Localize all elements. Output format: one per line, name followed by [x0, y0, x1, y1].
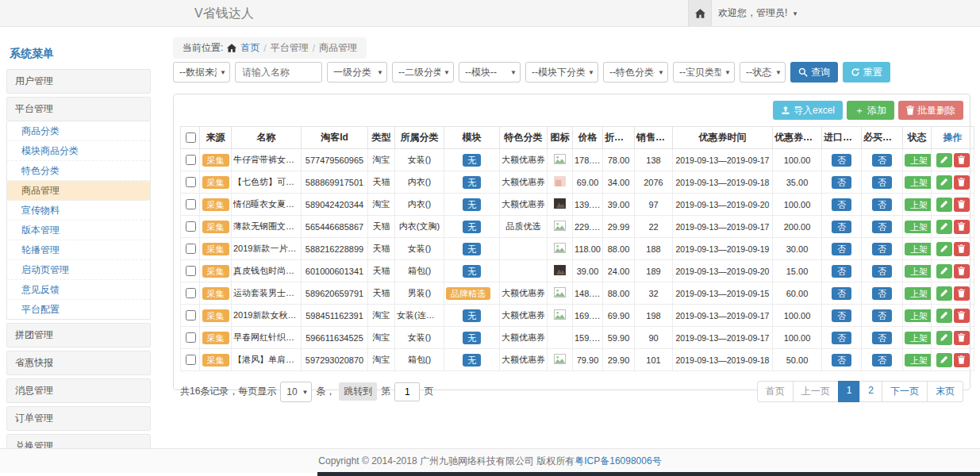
- status-button[interactable]: 上架: [905, 309, 932, 322]
- sidebar-subitem-9[interactable]: 平台配置: [7, 300, 150, 319]
- breadcrumb-home-link[interactable]: 首页: [240, 41, 259, 55]
- delete-button[interactable]: [954, 242, 970, 256]
- delete-button[interactable]: [954, 286, 970, 301]
- select-all-checkbox[interactable]: [186, 132, 196, 143]
- import-select-toggle[interactable]: 否: [832, 332, 851, 344]
- filter-select-5[interactable]: --模块下分类--: [525, 62, 598, 83]
- home-button[interactable]: [688, 0, 712, 26]
- delete-button[interactable]: [954, 175, 970, 190]
- import-select-toggle[interactable]: 否: [832, 265, 851, 278]
- row-checkbox[interactable]: [186, 310, 196, 321]
- sidebar-item-0[interactable]: 用户管理: [6, 69, 151, 94]
- per-page-select[interactable]: 10: [280, 382, 312, 402]
- batch-delete-button[interactable]: 批量删除: [898, 101, 963, 120]
- import-select-toggle[interactable]: 否: [832, 309, 851, 322]
- must-buy-toggle[interactable]: 否: [872, 354, 892, 367]
- delete-button[interactable]: [954, 331, 970, 345]
- user-menu[interactable]: 欢迎您，管理员! ▾: [718, 0, 797, 27]
- sidebar-subitem-3[interactable]: 商品管理: [7, 181, 150, 201]
- edit-button[interactable]: [936, 309, 952, 323]
- page-link-1[interactable]: 上一页: [793, 381, 839, 402]
- page-link-0[interactable]: 首页: [757, 381, 794, 402]
- row-checkbox[interactable]: [186, 244, 196, 254]
- edit-button[interactable]: [936, 242, 952, 256]
- status-button[interactable]: 上架: [905, 287, 932, 300]
- edit-button[interactable]: [936, 175, 952, 190]
- status-button[interactable]: 上架: [905, 265, 932, 278]
- page-link-4[interactable]: 下一页: [882, 381, 928, 402]
- row-checkbox[interactable]: [186, 177, 196, 187]
- delete-button[interactable]: [954, 198, 970, 212]
- import-select-toggle[interactable]: 否: [832, 198, 851, 211]
- status-button[interactable]: 上架: [905, 176, 932, 189]
- must-buy-toggle[interactable]: 否: [872, 243, 892, 255]
- import-select-toggle[interactable]: 否: [832, 154, 851, 167]
- add-button[interactable]: ＋ 添加: [847, 101, 894, 120]
- sidebar-item-6[interactable]: 兑换管理: [6, 434, 151, 448]
- sidebar-subitem-2[interactable]: 特色分类: [7, 161, 150, 181]
- delete-button[interactable]: [954, 309, 970, 323]
- page-link-3[interactable]: 2: [859, 381, 882, 402]
- row-checkbox[interactable]: [186, 266, 196, 276]
- filter-select-3[interactable]: --二级分类--: [392, 62, 454, 83]
- page-number-input[interactable]: [394, 382, 420, 401]
- filter-select-6[interactable]: --特色分类--: [603, 62, 668, 83]
- must-buy-toggle[interactable]: 否: [872, 265, 892, 278]
- sidebar-item-5[interactable]: 订单管理: [6, 406, 151, 431]
- row-checkbox[interactable]: [186, 288, 196, 298]
- page-link-2[interactable]: 1: [838, 381, 861, 402]
- filter-select-4[interactable]: --模块--: [459, 62, 521, 83]
- edit-button[interactable]: [936, 264, 952, 278]
- status-button[interactable]: 上架: [905, 154, 932, 167]
- edit-button[interactable]: [936, 220, 952, 234]
- page-link-5[interactable]: 末页: [927, 381, 963, 402]
- filter-select-7[interactable]: --宝贝类型--: [673, 62, 735, 83]
- must-buy-toggle[interactable]: 否: [872, 287, 892, 300]
- sidebar-subitem-8[interactable]: 意见反馈: [7, 280, 150, 300]
- sidebar-item-2[interactable]: 拼团管理: [6, 323, 151, 347]
- import-excel-button[interactable]: 导入excel: [773, 101, 843, 120]
- import-select-toggle[interactable]: 否: [832, 176, 851, 189]
- filter-select-8[interactable]: --状态--: [740, 62, 786, 83]
- filter-select-0[interactable]: --数据来源--: [173, 62, 230, 83]
- delete-button[interactable]: [954, 353, 970, 367]
- edit-button[interactable]: [936, 353, 952, 367]
- import-select-toggle[interactable]: 否: [832, 243, 851, 255]
- sidebar-subitem-6[interactable]: 轮播管理: [7, 240, 150, 260]
- status-button[interactable]: 上架: [905, 221, 932, 233]
- icp-link[interactable]: 粤ICP备16098006号: [575, 455, 661, 466]
- status-button[interactable]: 上架: [905, 198, 932, 211]
- reset-button[interactable]: 重置: [843, 62, 890, 83]
- must-buy-toggle[interactable]: 否: [872, 154, 892, 167]
- jump-button[interactable]: 跳转到: [339, 382, 377, 401]
- name-search-input[interactable]: [235, 62, 322, 83]
- search-button[interactable]: 查询: [790, 62, 838, 83]
- status-button[interactable]: 上架: [905, 332, 932, 344]
- import-select-toggle[interactable]: 否: [832, 354, 851, 367]
- delete-button[interactable]: [954, 220, 970, 234]
- sidebar-subitem-7[interactable]: 启动页管理: [7, 260, 150, 280]
- sidebar-subitem-4[interactable]: 宣传物料: [7, 201, 150, 221]
- edit-button[interactable]: [936, 331, 952, 345]
- row-checkbox[interactable]: [186, 332, 196, 343]
- edit-button[interactable]: [936, 286, 952, 301]
- delete-button[interactable]: [954, 153, 970, 167]
- must-buy-toggle[interactable]: 否: [872, 332, 892, 344]
- sidebar-subitem-1[interactable]: 模块商品分类: [7, 141, 150, 161]
- delete-button[interactable]: [954, 264, 970, 278]
- must-buy-toggle[interactable]: 否: [872, 176, 892, 189]
- row-checkbox[interactable]: [186, 199, 196, 209]
- must-buy-toggle[interactable]: 否: [872, 309, 892, 322]
- edit-button[interactable]: [936, 198, 952, 212]
- filter-select-2[interactable]: 一级分类: [327, 62, 387, 83]
- must-buy-toggle[interactable]: 否: [872, 198, 892, 211]
- sidebar-item-3[interactable]: 省惠快报: [6, 351, 151, 375]
- import-select-toggle[interactable]: 否: [832, 221, 851, 233]
- status-button[interactable]: 上架: [905, 354, 932, 367]
- row-checkbox[interactable]: [186, 355, 196, 365]
- row-checkbox[interactable]: [186, 155, 196, 165]
- edit-button[interactable]: [936, 153, 952, 167]
- sidebar-item-4[interactable]: 消息管理: [6, 378, 151, 403]
- import-select-toggle[interactable]: 否: [832, 287, 851, 300]
- must-buy-toggle[interactable]: 否: [872, 221, 892, 233]
